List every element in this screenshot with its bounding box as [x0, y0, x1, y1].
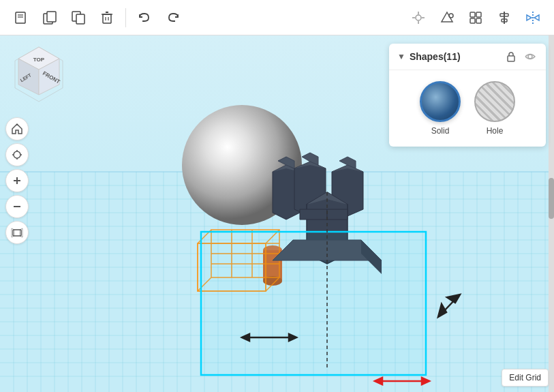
svg-marker-120: [447, 295, 460, 303]
duplicate-button[interactable]: [65, 5, 91, 31]
shapes-icons: [504, 49, 538, 64]
hole-shape[interactable]: Hole: [474, 81, 515, 136]
viewport[interactable]: TOP LEFT FRONT: [0, 35, 554, 392]
svg-marker-109: [327, 209, 348, 220]
svg-marker-124: [422, 378, 429, 385]
align-button[interactable]: [491, 5, 517, 31]
nav-cube[interactable]: TOP LEFT FRONT: [8, 44, 66, 102]
solid-icon: [420, 81, 461, 122]
diagonal-arrows: [438, 295, 460, 317]
shapes-header: ▼ Shapes(11): [389, 44, 546, 70]
svg-point-17: [449, 14, 453, 18]
solid-shape[interactable]: Solid: [420, 81, 461, 136]
svg-rect-21: [476, 18, 481, 23]
svg-marker-121: [438, 304, 446, 317]
redo-button[interactable]: [160, 5, 186, 31]
home-button[interactable]: [5, 117, 29, 140]
svg-rect-6: [76, 14, 84, 24]
scrollbar[interactable]: [549, 35, 554, 392]
shape-button[interactable]: [434, 5, 460, 31]
snap-button[interactable]: [405, 5, 431, 31]
selection-box: [201, 232, 426, 375]
zoom-in-button[interactable]: [5, 169, 29, 192]
group-button[interactable]: [463, 5, 489, 31]
shapes-title: Shapes(11): [410, 51, 499, 62]
solid-label: Solid: [431, 126, 450, 136]
shapes-toggle[interactable]: ▼: [397, 52, 405, 61]
svg-text:TOP: TOP: [33, 57, 45, 63]
svg-point-12: [416, 15, 421, 20]
hole-icon: [474, 81, 515, 122]
lock-icon[interactable]: [504, 49, 519, 64]
copy-button[interactable]: [37, 5, 63, 31]
edit-grid-button[interactable]: Edit Grid: [502, 369, 549, 387]
fit-button[interactable]: [5, 143, 29, 166]
svg-rect-0: [16, 12, 25, 23]
new-button[interactable]: [8, 5, 34, 31]
svg-marker-108: [300, 209, 327, 220]
shapes-panel: ▼ Shapes(11) S: [389, 44, 546, 147]
svg-point-144: [528, 55, 532, 59]
separator-1: [125, 8, 126, 27]
scale-arrows: [375, 378, 429, 385]
svg-rect-4: [47, 12, 56, 22]
svg-rect-19: [476, 12, 481, 17]
toolbar: [0, 0, 554, 35]
visibility-icon[interactable]: [523, 49, 538, 64]
svg-point-132: [14, 151, 20, 158]
delete-button[interactable]: [94, 5, 120, 31]
svg-marker-123: [375, 378, 382, 385]
svg-rect-18: [470, 12, 475, 17]
scrollbar-thumb[interactable]: [549, 178, 554, 219]
undo-button[interactable]: [132, 5, 157, 31]
mirror-button[interactable]: [520, 5, 546, 31]
svg-rect-143: [508, 56, 514, 61]
left-controls: [5, 117, 29, 244]
toolbar-right: [405, 5, 546, 31]
zoom-out-button[interactable]: [5, 195, 29, 218]
svg-rect-7: [103, 14, 111, 23]
perspective-button[interactable]: [5, 221, 29, 244]
hole-label: Hole: [487, 126, 504, 136]
svg-rect-20: [470, 18, 475, 23]
shapes-content: Solid Hole: [389, 70, 546, 147]
